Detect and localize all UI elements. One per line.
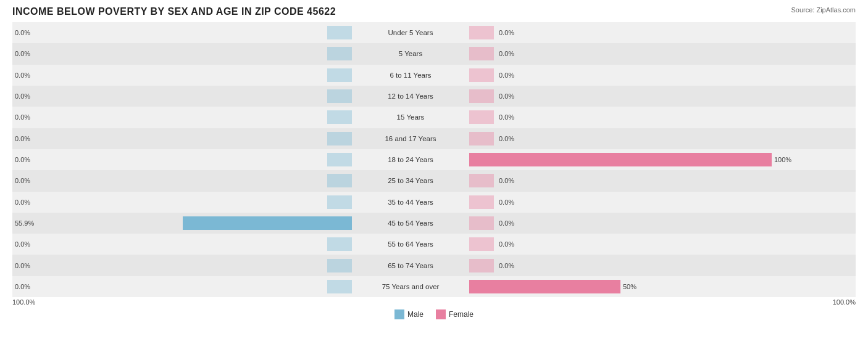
male-value: 0.0% xyxy=(15,135,30,142)
male-bar xyxy=(183,216,352,230)
female-bar-placeholder xyxy=(469,26,494,39)
female-bar-placeholder xyxy=(469,110,494,124)
male-value: 0.0% xyxy=(15,177,30,184)
female-bar-placeholder xyxy=(469,68,494,82)
male-bar-placeholder xyxy=(327,47,352,60)
male-bar-placeholder xyxy=(327,26,352,39)
female-bar-placeholder xyxy=(469,216,494,230)
male-bar-placeholder xyxy=(327,68,352,82)
right-section: 0.0% xyxy=(469,43,809,64)
male-value: 0.0% xyxy=(15,113,30,121)
table-row: 0.0%75 Years and over50% xyxy=(12,276,856,297)
legend-male-box xyxy=(394,309,404,319)
legend-female-label: Female xyxy=(449,310,474,319)
left-section: 0.0% xyxy=(12,276,352,297)
table-row: 0.0%35 to 44 Years0.0% xyxy=(12,192,856,213)
row-label: 35 to 44 Years xyxy=(352,199,469,206)
left-section: 0.0% xyxy=(12,22,352,43)
left-section: 0.0% xyxy=(12,43,352,64)
right-section: 0.0% xyxy=(469,65,809,86)
table-row: 0.0%12 to 14 Years0.0% xyxy=(12,86,856,107)
legend: Male Female xyxy=(12,309,856,319)
female-value: 0.0% xyxy=(499,92,514,100)
table-row: 0.0%5 Years0.0% xyxy=(12,43,856,64)
right-section: 0.0% xyxy=(469,107,809,128)
female-value: 0.0% xyxy=(499,29,514,36)
left-section: 0.0% xyxy=(12,255,352,276)
chart-title: INCOME BELOW POVERTY BY SEX AND AGE IN Z… xyxy=(12,6,336,17)
row-label: 15 Years xyxy=(352,113,469,121)
male-value: 55.9% xyxy=(15,219,34,227)
chart-header: INCOME BELOW POVERTY BY SEX AND AGE IN Z… xyxy=(12,6,856,17)
male-bar-placeholder xyxy=(327,153,352,166)
bottom-left-label: 100.0% xyxy=(12,298,35,306)
table-row: 0.0%25 to 34 Years0.0% xyxy=(12,170,856,191)
row-label: 55 to 64 Years xyxy=(352,240,469,248)
female-bar-placeholder xyxy=(469,174,494,187)
male-bar-placeholder xyxy=(327,259,352,272)
bottom-labels: 100.0% 100.0% xyxy=(12,298,856,306)
female-bar xyxy=(469,280,620,293)
female-value: 0.0% xyxy=(499,240,514,248)
row-label: 45 to 54 Years xyxy=(352,219,469,227)
row-label: 18 to 24 Years xyxy=(352,156,469,163)
table-row: 0.0%Under 5 Years0.0% xyxy=(12,22,856,43)
row-label: 65 to 74 Years xyxy=(352,262,469,269)
female-value: 0.0% xyxy=(499,72,514,79)
table-row: 0.0%16 and 17 Years0.0% xyxy=(12,128,856,149)
female-value: 0.0% xyxy=(499,219,514,227)
left-section: 0.0% xyxy=(12,192,352,213)
row-label: Under 5 Years xyxy=(352,29,469,36)
male-value: 0.0% xyxy=(15,199,30,206)
female-bar-placeholder xyxy=(469,89,494,103)
right-section: 100% xyxy=(469,149,809,170)
female-bar xyxy=(469,153,772,166)
table-row: 0.0%15 Years0.0% xyxy=(12,107,856,128)
female-bar-placeholder xyxy=(469,195,494,209)
male-bar-placeholder xyxy=(327,174,352,187)
female-value: 0.0% xyxy=(499,262,514,269)
row-label: 16 and 17 Years xyxy=(352,135,469,142)
female-bar-placeholder xyxy=(469,47,494,60)
male-value: 0.0% xyxy=(15,92,30,100)
male-value: 0.0% xyxy=(15,240,30,248)
row-label: 75 Years and over xyxy=(352,283,469,290)
legend-male-label: Male xyxy=(407,310,424,319)
table-row: 0.0%65 to 74 Years0.0% xyxy=(12,255,856,276)
female-bar-placeholder xyxy=(469,237,494,251)
right-section: 0.0% xyxy=(469,255,809,276)
male-bar-placeholder xyxy=(327,132,352,145)
rows-area: 0.0%Under 5 Years0.0%0.0%5 Years0.0%0.0%… xyxy=(12,22,856,297)
table-row: 0.0%6 to 11 Years0.0% xyxy=(12,65,856,86)
row-label: 25 to 34 Years xyxy=(352,177,469,184)
left-section: 0.0% xyxy=(12,86,352,107)
female-value: 0.0% xyxy=(499,135,514,142)
right-section: 0.0% xyxy=(469,170,809,191)
table-row: 55.9%45 to 54 Years0.0% xyxy=(12,213,856,234)
female-end-value: 50% xyxy=(623,283,636,290)
male-value: 0.0% xyxy=(15,283,30,290)
legend-male: Male xyxy=(394,309,424,319)
right-section: 0.0% xyxy=(469,234,809,255)
male-bar-placeholder xyxy=(327,89,352,103)
female-bar-placeholder xyxy=(469,259,494,272)
left-section: 55.9% xyxy=(12,213,352,234)
legend-female-box xyxy=(436,309,446,319)
male-value: 0.0% xyxy=(15,156,30,163)
left-section: 0.0% xyxy=(12,107,352,128)
row-label: 5 Years xyxy=(352,50,469,57)
chart-container: INCOME BELOW POVERTY BY SEX AND AGE IN Z… xyxy=(0,0,868,344)
bottom-right-label: 100.0% xyxy=(833,298,856,306)
right-section: 0.0% xyxy=(469,22,809,43)
female-bar-placeholder xyxy=(469,132,494,145)
female-value: 0.0% xyxy=(499,50,514,57)
left-section: 0.0% xyxy=(12,234,352,255)
row-label: 12 to 14 Years xyxy=(352,92,469,100)
male-bar-placeholder xyxy=(327,195,352,209)
male-value: 0.0% xyxy=(15,72,30,79)
left-section: 0.0% xyxy=(12,170,352,191)
legend-female: Female xyxy=(436,309,474,319)
male-bar-placeholder xyxy=(327,280,352,293)
table-row: 0.0%18 to 24 Years100% xyxy=(12,149,856,170)
chart-source: Source: ZipAtlas.com xyxy=(791,6,856,14)
